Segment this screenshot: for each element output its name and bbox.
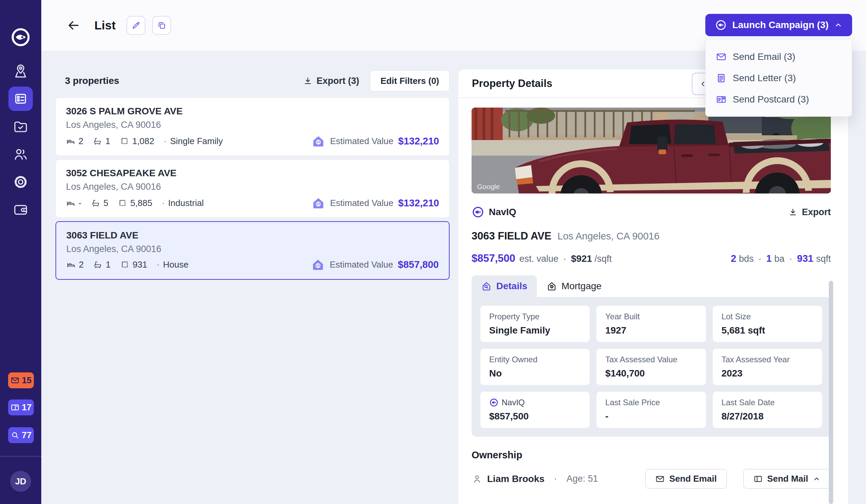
house-dollar-icon: $ [546,281,557,292]
house-dollar-icon: $ [311,134,325,148]
property-card[interactable]: 3052 CHESAPEAKE AVE Los Angeles, CA 9001… [55,159,449,218]
field-naviq-estimate: NavIQ $857,500 [480,392,590,428]
field-value: 5,681 sqft [722,325,813,336]
bath-icon [93,260,102,269]
details-city: Los Angeles, CA 90016 [557,231,660,242]
details-export-button[interactable]: Export [788,207,831,217]
field-last-sale-date: Last Sale Date 8/27/2018 [713,392,822,428]
send-email-button[interactable]: Send Email [645,469,726,489]
separator-dot: · [563,254,566,264]
sqft-value: 5,885 [130,198,152,208]
tab-details[interactable]: Details [471,275,537,297]
sqft-value: 931 [133,259,147,270]
tab-mortgage[interactable]: $ Mortgage [537,275,611,297]
back-button[interactable] [67,19,80,32]
naviq-logo-icon [10,26,32,48]
property-stats: - 5 5,885 · Industrial $ Estimated Value… [66,196,439,210]
sidebar-item-settings[interactable] [0,174,41,190]
dropdown-send-letter[interactable]: Send Letter (3) [706,67,852,89]
chevron-up-icon [812,475,821,483]
sidebar-item-billing[interactable] [0,202,41,218]
page-title: List [95,19,116,32]
property-card[interactable]: 3026 S PALM GROVE AVE Los Angeles, CA 90… [55,98,449,156]
tab-details-label: Details [496,281,528,292]
area-icon [120,260,130,269]
house-search-icon [481,281,492,292]
estimated-value-group: $ Estimated Value $132,210 [311,134,439,148]
property-city: Los Angeles, CA 90016 [66,244,439,254]
house-dollar-icon: $ [311,196,325,210]
bath-icon [93,136,102,146]
dropdown-send-postcard[interactable]: Send Postcard (3) [706,89,852,110]
details-body: Google NavIQ Export 3063 FIELD AVE Los A… [458,98,848,489]
download-icon [788,208,798,217]
dropdown-send-email[interactable]: Send Email (3) [706,46,852,67]
beds-value: - [78,198,81,208]
details-title: Property Details [472,77,552,90]
sidebar-item-folders[interactable] [0,119,41,135]
export-label: Export (3) [317,76,359,86]
dropdown-send-letter-label: Send Letter (3) [733,73,796,83]
details-export-label: Export [802,207,831,217]
person-icon [471,473,482,484]
export-button[interactable]: Export (3) [303,76,359,86]
beds-count: 2 [731,253,736,264]
property-card-selected[interactable]: 3063 FIELD AVE Los Angeles, CA 90016 2 1… [55,221,449,280]
letter-icon [716,73,726,83]
field-tax-assessed-year: Tax Assessed Year 2023 [713,349,822,385]
avatar[interactable]: JD [10,471,31,492]
postcard-icon [11,403,20,412]
ownership-title: Ownership [471,449,831,461]
tab-mortgage-label: Mortgage [562,281,601,292]
sidebar-item-lists[interactable] [9,87,33,111]
svg-text:$: $ [317,140,319,145]
edit-filters-button[interactable]: Edit Filters (0) [370,70,449,91]
field-entity-owned: Entity Owned No [480,349,590,385]
field-label: Last Sale Price [605,398,660,407]
baths-value: 1 [106,259,110,270]
copy-icon [157,21,166,30]
map-pin-icon [12,63,29,79]
sidebar-item-map[interactable] [0,63,41,79]
chevron-up-icon [834,21,843,30]
est-value: $857,500 [471,252,515,265]
property-photo[interactable]: Google [471,108,831,193]
details-scrollbar[interactable] [829,281,833,504]
postcard-credits-badge[interactable]: 17 [8,400,34,415]
email-credits-badge[interactable]: 15 [8,372,34,388]
field-label: Property Type [489,312,540,321]
owner-info: Liam Brooks · Age: 51 [471,473,598,484]
dropdown-send-email-label: Send Email (3) [733,52,795,62]
bed-icon [66,260,76,269]
property-address: 3063 FIELD AVE [66,230,439,241]
sqft-unit: sqft [816,254,831,264]
launch-campaign-button[interactable]: Launch Campaign (3) [705,14,852,36]
edit-list-button[interactable] [126,16,145,35]
send-mail-button[interactable]: Send Mail [743,469,831,489]
download-icon [303,76,313,86]
property-cards: 3026 S PALM GROVE AVE Los Angeles, CA 90… [55,98,449,280]
main-content: 3 properties Export (3) Edit Filters (0)… [41,51,866,504]
launch-campaign-dropdown: Send Email (3) Send Letter (3) Send Post… [705,39,852,117]
email-credits-count: 15 [22,375,32,385]
field-year-built: Year Built 1927 [596,306,706,342]
details-tabs: Details $ Mortgage [471,275,831,297]
launch-campaign-label: Launch Campaign (3) [732,20,829,31]
property-address: 3026 S PALM GROVE AVE [66,106,439,117]
duplicate-list-button[interactable] [152,16,171,35]
postcard-icon [716,94,726,105]
pencil-icon [131,21,141,30]
bed-bath-sqft-summary: 2 bds · 1 ba · 931 sqft [731,253,831,264]
naviq-row: NavIQ Export [471,204,831,221]
search-credits-badge[interactable]: 77 [8,427,34,443]
naviq-logo-icon [471,206,485,219]
search-icon [11,430,20,440]
house-dollar-icon: $ [311,257,325,272]
price-per-sqft: $921 [571,253,592,264]
sidebar-item-contacts[interactable] [0,146,41,163]
separator-dot: · [554,473,557,484]
postcard-icon [753,474,763,484]
field-value: 8/27/2018 [722,411,813,422]
street-view-image [471,108,831,193]
field-value: $140,700 [605,368,697,379]
